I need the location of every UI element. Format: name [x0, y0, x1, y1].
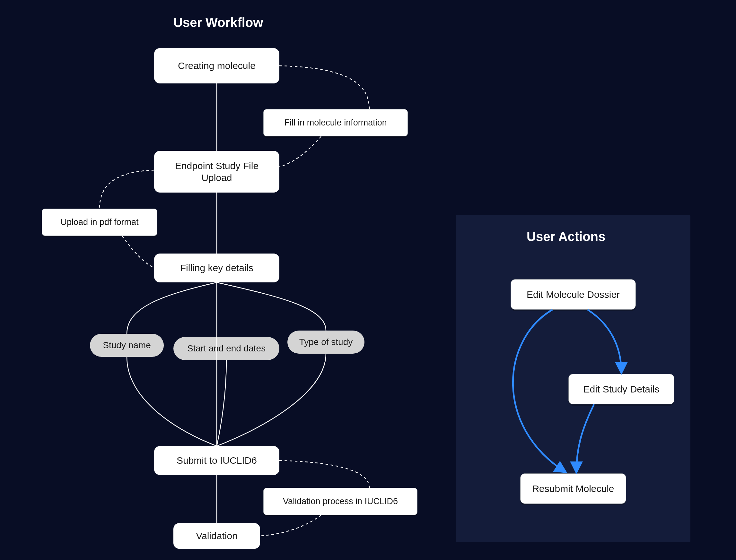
node-endpoint-upload: Endpoint Study File Upload [154, 151, 279, 193]
diagram-canvas: User Workflow Creating molecule Endpoint… [0, 0, 736, 560]
node-filling-details: Filling key details [154, 254, 279, 282]
pill-type-of-study: Type of study [287, 331, 364, 354]
note-fill-molecule-info: Fill in molecule information [263, 109, 408, 136]
pill-study-name: Study name [90, 334, 164, 357]
node-creating-molecule: Creating molecule [154, 48, 279, 83]
node-edit-molecule-dossier: Edit Molecule Dossier [511, 279, 636, 310]
note-validation-process: Validation process in IUCLID6 [263, 488, 418, 515]
node-submit-iuclid: Submit to IUCLID6 [154, 446, 279, 475]
actions-title: User Actions [527, 229, 605, 244]
pill-start-end-dates: Start and end dates [173, 337, 279, 360]
node-validation: Validation [173, 523, 260, 549]
node-resubmit-molecule: Resubmit Molecule [520, 473, 626, 504]
note-upload-pdf: Upload in pdf format [42, 209, 157, 236]
node-edit-study-details: Edit Study Details [568, 374, 674, 404]
workflow-title: User Workflow [173, 15, 263, 30]
